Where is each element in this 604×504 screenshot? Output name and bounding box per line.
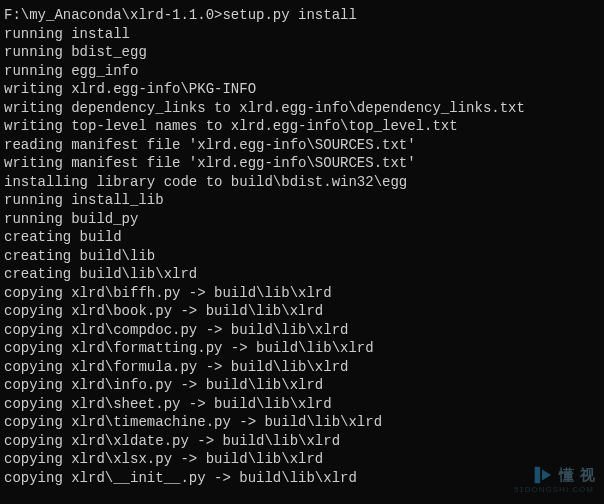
prompt-line: F:\my_Anaconda\xlrd-1.1.0>setup.py insta… bbox=[4, 6, 600, 25]
terminal-line: copying xlrd\timemachine.py -> build\lib… bbox=[4, 413, 600, 432]
terminal-line: copying xlrd\info.py -> build\lib\xlrd bbox=[4, 376, 600, 395]
terminal-line: copying xlrd\xldate.py -> build\lib\xlrd bbox=[4, 432, 600, 451]
terminal-line: running bdist_egg bbox=[4, 43, 600, 62]
prompt-command: setup.py install bbox=[222, 7, 356, 23]
terminal-line: copying xlrd\biffh.py -> build\lib\xlrd bbox=[4, 284, 600, 303]
terminal-line: running install_lib bbox=[4, 191, 600, 210]
terminal-line: copying xlrd\book.py -> build\lib\xlrd bbox=[4, 302, 600, 321]
terminal-line: writing xlrd.egg-info\PKG-INFO bbox=[4, 80, 600, 99]
terminal-line: creating build bbox=[4, 228, 600, 247]
terminal-line: writing top-level names to xlrd.egg-info… bbox=[4, 117, 600, 136]
terminal-line: copying xlrd\__init__.py -> build\lib\xl… bbox=[4, 469, 600, 488]
terminal-line: running build_py bbox=[4, 210, 600, 229]
terminal-line: installing library code to build\bdist.w… bbox=[4, 173, 600, 192]
terminal-line: copying xlrd\sheet.py -> build\lib\xlrd bbox=[4, 395, 600, 414]
terminal-line: writing manifest file 'xlrd.egg-info\SOU… bbox=[4, 154, 600, 173]
terminal-line: running egg_info bbox=[4, 62, 600, 81]
terminal-line: creating build\lib\xlrd bbox=[4, 265, 600, 284]
terminal-line: copying xlrd\formula.py -> build\lib\xlr… bbox=[4, 358, 600, 377]
terminal-line: running install bbox=[4, 25, 600, 44]
terminal-line: reading manifest file 'xlrd.egg-info\SOU… bbox=[4, 136, 600, 155]
terminal-line: copying xlrd\formatting.py -> build\lib\… bbox=[4, 339, 600, 358]
terminal-output[interactable]: F:\my_Anaconda\xlrd-1.1.0>setup.py insta… bbox=[4, 6, 600, 487]
terminal-line: copying xlrd\xlsx.py -> build\lib\xlrd bbox=[4, 450, 600, 469]
terminal-line: writing dependency_links to xlrd.egg-inf… bbox=[4, 99, 600, 118]
terminal-line: copying xlrd\compdoc.py -> build\lib\xlr… bbox=[4, 321, 600, 340]
prompt-path: F:\my_Anaconda\xlrd-1.1.0> bbox=[4, 7, 222, 23]
terminal-line: creating build\lib bbox=[4, 247, 600, 266]
